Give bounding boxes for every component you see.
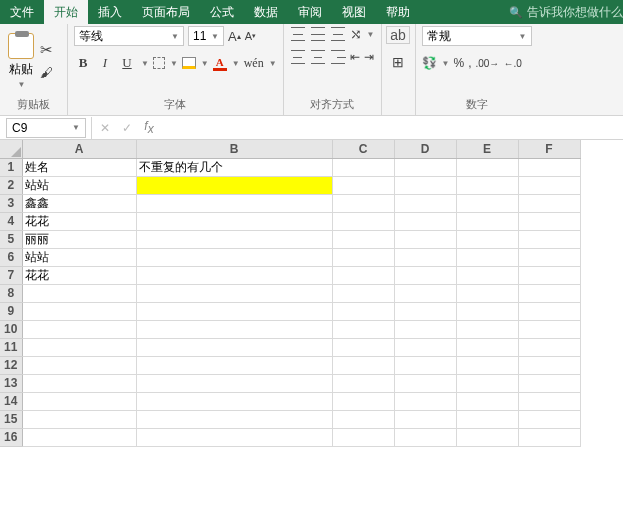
cell-C16[interactable] [332,428,394,446]
format-painter-button[interactable]: 🖌 [40,65,53,80]
wrap-text-button[interactable]: ab [386,26,410,44]
cell-E7[interactable] [456,266,518,284]
tab-help[interactable]: 帮助 [376,0,420,24]
decrease-indent-button[interactable]: ⇤ [350,50,360,64]
cell-C8[interactable] [332,284,394,302]
font-size-select[interactable]: 11▼ [188,26,224,46]
cell-E12[interactable] [456,356,518,374]
cell-B11[interactable] [136,338,332,356]
decrease-decimal-button[interactable]: ←.0 [503,58,521,69]
cell-C11[interactable] [332,338,394,356]
cell-E14[interactable] [456,392,518,410]
cell-D10[interactable] [394,320,456,338]
cell-B2[interactable] [136,176,332,194]
tab-pagelayout[interactable]: 页面布局 [132,0,200,24]
cell-C15[interactable] [332,410,394,428]
cell-E3[interactable] [456,194,518,212]
cell-B10[interactable] [136,320,332,338]
cell-E6[interactable] [456,248,518,266]
cell-D12[interactable] [394,356,456,374]
cell-A1[interactable]: 姓名 [22,158,136,176]
number-format-select[interactable]: 常规▼ [422,26,532,46]
cell-F4[interactable] [518,212,580,230]
cell-F8[interactable] [518,284,580,302]
increase-font-button[interactable]: A▴ [228,29,241,44]
cell-B6[interactable] [136,248,332,266]
cell-E15[interactable] [456,410,518,428]
cell-A12[interactable] [22,356,136,374]
col-header-E[interactable]: E [456,140,518,158]
cell-B8[interactable] [136,284,332,302]
align-top-button[interactable] [290,27,306,41]
align-center-button[interactable] [310,50,326,64]
col-header-F[interactable]: F [518,140,580,158]
cell-F9[interactable] [518,302,580,320]
cell-B1[interactable]: 不重复的有几个 [136,158,332,176]
accounting-format-button[interactable]: 💱 [422,56,437,70]
row-header-12[interactable]: 12 [0,356,22,374]
phonetic-button[interactable]: wén [244,56,264,71]
font-name-select[interactable]: 等线▼ [74,26,184,46]
tab-home[interactable]: 开始 [44,0,88,24]
cell-A7[interactable]: 花花 [22,266,136,284]
cell-B14[interactable] [136,392,332,410]
cell-A13[interactable] [22,374,136,392]
row-header-8[interactable]: 8 [0,284,22,302]
col-header-D[interactable]: D [394,140,456,158]
tab-insert[interactable]: 插入 [88,0,132,24]
cell-D16[interactable] [394,428,456,446]
cell-A8[interactable] [22,284,136,302]
cell-D3[interactable] [394,194,456,212]
cell-F1[interactable] [518,158,580,176]
cell-A2[interactable]: 站站 [22,176,136,194]
col-header-A[interactable]: A [22,140,136,158]
increase-indent-button[interactable]: ⇥ [364,50,374,64]
spreadsheet-grid[interactable]: ABCDEF1姓名不重复的有几个2站站3鑫鑫4花花5丽丽6站站7花花891011… [0,140,623,506]
cell-B9[interactable] [136,302,332,320]
cell-A15[interactable] [22,410,136,428]
cell-B5[interactable] [136,230,332,248]
col-header-C[interactable]: C [332,140,394,158]
row-header-6[interactable]: 6 [0,248,22,266]
cell-E8[interactable] [456,284,518,302]
cell-D5[interactable] [394,230,456,248]
cell-E10[interactable] [456,320,518,338]
cell-F10[interactable] [518,320,580,338]
decrease-font-button[interactable]: A▾ [245,30,256,42]
cell-F3[interactable] [518,194,580,212]
cell-A14[interactable] [22,392,136,410]
row-header-5[interactable]: 5 [0,230,22,248]
select-all-corner[interactable] [0,140,22,158]
cell-C13[interactable] [332,374,394,392]
row-header-10[interactable]: 10 [0,320,22,338]
cell-D2[interactable] [394,176,456,194]
cell-C3[interactable] [332,194,394,212]
bold-button[interactable]: B [74,54,92,72]
cell-E16[interactable] [456,428,518,446]
border-button[interactable] [153,57,165,69]
cell-A16[interactable] [22,428,136,446]
cell-B7[interactable] [136,266,332,284]
cell-D7[interactable] [394,266,456,284]
cell-D8[interactable] [394,284,456,302]
orientation-button[interactable]: ⤭ [350,26,362,42]
row-header-9[interactable]: 9 [0,302,22,320]
row-header-13[interactable]: 13 [0,374,22,392]
align-bottom-button[interactable] [330,27,346,41]
row-header-7[interactable]: 7 [0,266,22,284]
insert-function-button[interactable]: fx [138,119,160,136]
align-left-button[interactable] [290,50,306,64]
cell-F5[interactable] [518,230,580,248]
row-header-4[interactable]: 4 [0,212,22,230]
tab-file[interactable]: 文件 [0,0,44,24]
cell-E9[interactable] [456,302,518,320]
merge-center-button[interactable]: ⊞ [392,54,404,70]
cell-F7[interactable] [518,266,580,284]
name-box[interactable]: C9▼ [6,118,86,138]
cell-B4[interactable] [136,212,332,230]
row-header-2[interactable]: 2 [0,176,22,194]
cell-D14[interactable] [394,392,456,410]
cancel-formula-button[interactable]: ✕ [94,121,116,135]
col-header-B[interactable]: B [136,140,332,158]
cell-C6[interactable] [332,248,394,266]
